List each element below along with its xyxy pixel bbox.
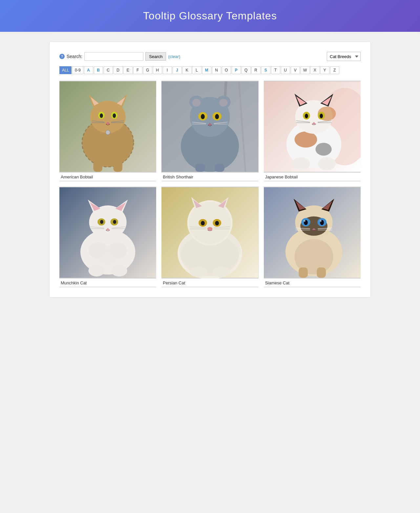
svg-rect-18 xyxy=(113,160,122,172)
svg-point-43 xyxy=(294,132,317,148)
alpha-btn-q[interactable]: Q xyxy=(242,66,251,74)
footer-spacer xyxy=(0,307,420,327)
cat-image-american xyxy=(59,81,156,173)
help-icon[interactable]: ? xyxy=(59,54,65,59)
svg-point-96 xyxy=(215,221,219,226)
alpha-btn-i[interactable]: I xyxy=(163,66,172,74)
cat-card-japanese[interactable]: Japanese Bobtail xyxy=(264,81,361,181)
svg-point-102 xyxy=(190,267,208,277)
svg-point-60 xyxy=(292,157,310,170)
svg-point-10 xyxy=(100,113,103,118)
cat-label-munchkin: Munchkin Cat xyxy=(59,278,156,287)
svg-rect-39 xyxy=(215,164,225,172)
cat-image-siamese xyxy=(264,187,361,278)
cat-grid: American Bobtail xyxy=(59,81,361,287)
cat-label-british: British Shorthair xyxy=(161,173,258,181)
cat-card-british[interactable]: British Shorthair xyxy=(161,81,258,181)
svg-point-28 xyxy=(220,99,228,107)
alpha-btn-t[interactable]: T xyxy=(271,66,280,74)
alpha-btn-v[interactable]: V xyxy=(291,66,300,74)
cat-card-american[interactable]: American Bobtail xyxy=(59,81,156,181)
alpha-btn-all[interactable]: ALL xyxy=(59,66,72,74)
search-label: Search: xyxy=(67,54,82,59)
svg-point-95 xyxy=(201,221,205,226)
search-button[interactable]: Search xyxy=(145,52,166,61)
svg-point-97 xyxy=(207,227,213,230)
cat-card-persian[interactable]: Persian Cat xyxy=(161,187,258,287)
cat-image-persian xyxy=(161,187,258,278)
alpha-btn-n[interactable]: N xyxy=(212,66,221,74)
alpha-btn-j[interactable]: J xyxy=(173,66,182,74)
alpha-btn-x[interactable]: X xyxy=(310,66,320,74)
alpha-btn-k[interactable]: K xyxy=(182,66,192,74)
svg-point-103 xyxy=(212,267,230,277)
svg-rect-125 xyxy=(317,267,326,278)
alpha-btn-c[interactable]: C xyxy=(104,66,113,74)
cat-label-japanese: Japanese Bobtail xyxy=(264,173,361,181)
alpha-btn-z[interactable]: Z xyxy=(330,66,339,74)
alpha-btn-p[interactable]: P xyxy=(232,66,241,74)
alpha-btn-g[interactable]: G xyxy=(143,66,152,74)
alpha-btn-f[interactable]: F xyxy=(133,66,142,74)
svg-point-19 xyxy=(106,130,110,135)
svg-point-75 xyxy=(113,220,116,224)
alpha-btn-h[interactable]: H xyxy=(153,66,162,74)
main-content: ? Search: Search (clear) Cat BreedsDog B… xyxy=(49,42,371,298)
alpha-btn-09[interactable]: 0-9 xyxy=(72,66,83,74)
alpha-btn-m[interactable]: M xyxy=(202,66,211,74)
alpha-btn-w[interactable]: W xyxy=(301,66,310,74)
cat-card-munchkin[interactable]: Munchkin Cat xyxy=(59,187,156,287)
alpha-btn-s[interactable]: S xyxy=(261,66,270,74)
cat-image-munchkin xyxy=(59,187,156,278)
category-dropdown-wrapper: Cat BreedsDog BreedsBird Breeds xyxy=(327,52,361,61)
cat-label-persian: Persian Cat xyxy=(161,278,258,287)
svg-point-31 xyxy=(201,114,205,119)
cat-image-british xyxy=(161,81,258,173)
alpha-btn-l[interactable]: L xyxy=(192,66,201,74)
svg-point-74 xyxy=(100,220,103,224)
svg-point-61 xyxy=(318,157,336,170)
svg-point-44 xyxy=(315,143,331,155)
alpha-btn-a[interactable]: A xyxy=(84,66,93,74)
search-input[interactable] xyxy=(84,52,143,61)
svg-rect-124 xyxy=(299,267,308,278)
svg-rect-17 xyxy=(93,160,102,172)
cat-card-siamese[interactable]: Siamese Cat xyxy=(264,187,361,287)
page-title: Tooltip Glossary Templates xyxy=(0,10,420,22)
alpha-btn-y[interactable]: Y xyxy=(320,66,329,74)
alpha-btn-r[interactable]: R xyxy=(251,66,261,74)
svg-point-54 xyxy=(320,114,323,118)
alpha-btn-e[interactable]: E xyxy=(123,66,133,74)
search-bar: ? Search: Search (clear) Cat BreedsDog B… xyxy=(59,52,361,61)
svg-rect-38 xyxy=(196,164,205,172)
svg-point-27 xyxy=(192,99,201,107)
clear-link[interactable]: (clear) xyxy=(168,54,180,59)
svg-point-81 xyxy=(89,265,105,276)
alpha-btn-d[interactable]: D xyxy=(114,66,123,74)
svg-point-117 xyxy=(304,220,305,222)
cat-label-siamese: Siamese Cat xyxy=(264,278,361,287)
alpha-btn-b[interactable]: B xyxy=(94,66,103,74)
cat-image-japanese xyxy=(264,81,361,173)
svg-point-53 xyxy=(305,114,308,118)
svg-point-11 xyxy=(113,113,116,118)
svg-point-82 xyxy=(111,265,127,276)
svg-point-32 xyxy=(215,114,219,119)
alpha-btn-o[interactable]: O xyxy=(222,66,231,74)
page-header: Tooltip Glossary Templates xyxy=(0,0,420,32)
category-select[interactable]: Cat BreedsDog BreedsBird Breeds xyxy=(327,52,361,61)
alphabet-nav: ALL0-9ABCDEFGHIJKLMNOPQRSTUVWXYZ xyxy=(59,66,361,74)
svg-point-118 xyxy=(320,220,322,222)
svg-point-66 xyxy=(95,245,121,265)
cat-label-american: American Bobtail xyxy=(59,173,156,181)
alpha-btn-u[interactable]: U xyxy=(281,66,290,74)
